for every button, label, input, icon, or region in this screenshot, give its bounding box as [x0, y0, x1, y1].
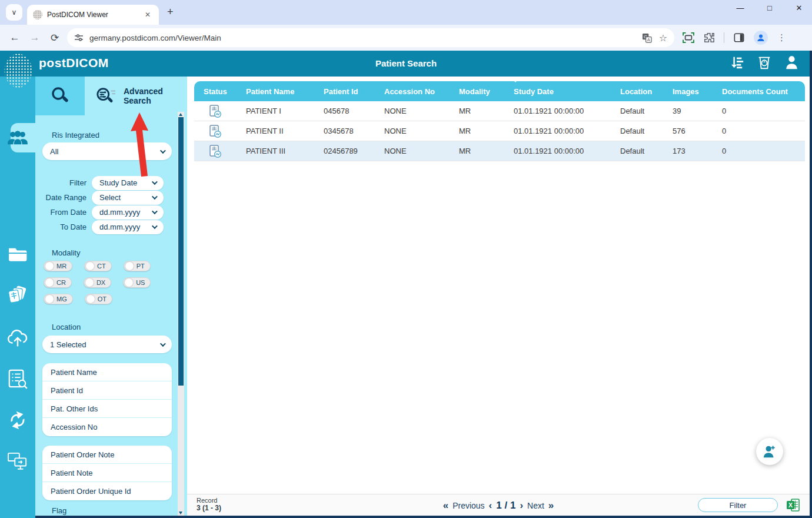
patient-note-field[interactable]: Patient Note: [42, 464, 172, 482]
cell-documents-count: 0: [713, 147, 805, 155]
bookmark-star-icon[interactable]: ☆: [659, 32, 667, 44]
modality-toggle-mr[interactable]: MR: [44, 261, 72, 271]
nav-order-list-search[interactable]: [0, 365, 35, 393]
sort-list-icon[interactable]: [729, 55, 744, 72]
panel-scrollbar[interactable]: [178, 112, 184, 516]
filter-button[interactable]: Filter: [698, 498, 778, 512]
accession-no-field[interactable]: Accession No: [42, 418, 172, 436]
table-row[interactable]: PATIENT I 045678 NONE MR 01.01.1921 00:0…: [194, 101, 805, 121]
minimize-button[interactable]: —: [734, 4, 746, 12]
advanced-search-icon: [94, 86, 118, 106]
modality-toggle-ct[interactable]: CT: [84, 261, 112, 271]
prev-page-icon[interactable]: ‹: [489, 500, 492, 512]
patient-name-field[interactable]: Patient Name: [42, 363, 172, 381]
nav-folders[interactable]: [0, 240, 35, 268]
nav-patient-search[interactable]: [0, 124, 35, 152]
extensions-puzzle-icon[interactable]: [704, 32, 714, 43]
next-page-button[interactable]: Next: [527, 501, 544, 510]
browser-menu-kebab-icon[interactable]: ⋮: [777, 32, 786, 43]
first-page-icon[interactable]: «: [443, 500, 448, 512]
add-patient-button[interactable]: [756, 438, 783, 465]
tab-search-button[interactable]: ∨: [6, 4, 22, 21]
cell-study-date: 01.01.1921 00:00:00: [504, 107, 611, 115]
modality-toggle-ot[interactable]: OT: [85, 294, 112, 304]
col-location[interactable]: Location: [611, 87, 663, 96]
last-page-icon[interactable]: »: [548, 500, 554, 512]
side-panel-icon[interactable]: [734, 32, 744, 43]
date-range-select[interactable]: Select: [92, 191, 164, 205]
patient-id-fields-group: Patient Name Patient Id Pat. Other Ids A…: [42, 363, 172, 436]
scrollbar-up-arrow[interactable]: [179, 113, 182, 116]
tab-close-icon[interactable]: ✕: [142, 9, 153, 20]
page-indicator: 1 / 1: [496, 500, 515, 512]
patient-order-unique-id-field[interactable]: Patient Order Unique Id: [42, 482, 172, 500]
previous-page-button[interactable]: Previous: [452, 501, 484, 510]
translate-icon[interactable]: GA: [642, 33, 652, 43]
patient-order-note-field[interactable]: Patient Order Note: [42, 446, 172, 464]
table-row[interactable]: PATIENT II 0345678 NONE MR 01.01.1921 00…: [194, 121, 805, 141]
nav-cloud-upload[interactable]: [0, 324, 35, 352]
toggle-knob: [125, 262, 134, 270]
to-date-select[interactable]: dd.mm.yyyy: [92, 220, 164, 234]
modality-toggle-us[interactable]: US: [123, 277, 151, 288]
patient-id-field[interactable]: Patient Id: [42, 381, 172, 400]
from-date-select[interactable]: dd.mm.yyyy: [92, 205, 164, 220]
maximize-button[interactable]: □: [764, 4, 776, 12]
to-date-label: To Date: [35, 223, 92, 231]
left-nav-strip: [0, 77, 35, 518]
col-documents-count[interactable]: Documents Count: [713, 87, 805, 96]
filter-label: Filter: [35, 178, 92, 187]
address-bar[interactable]: germany.postdicom.com/Viewer/Main GA ☆: [67, 28, 674, 47]
toolbar-separator: [724, 32, 724, 43]
screen-capture-icon[interactable]: [683, 32, 694, 43]
recycle-bin-icon[interactable]: [757, 55, 771, 72]
svg-text:X: X: [788, 502, 793, 509]
browser-toolbar: ← → ⟳ germany.postdicom.com/Viewer/Main …: [0, 25, 812, 51]
browser-profile-avatar[interactable]: [754, 31, 768, 45]
toggle-knob: [86, 262, 94, 270]
record-count-block: Record 3 (1 - 3): [197, 497, 221, 512]
col-study-date[interactable]: Study Date: [504, 87, 611, 96]
col-status[interactable]: Status: [194, 87, 237, 96]
nav-share-screens[interactable]: [0, 447, 35, 476]
scrollbar-down-arrow[interactable]: [179, 512, 182, 514]
tab-basic-search[interactable]: [35, 77, 85, 115]
filter-select[interactable]: Study Date: [92, 176, 164, 190]
modality-toggle-cr[interactable]: CR: [44, 277, 72, 288]
site-settings-icon[interactable]: [74, 33, 84, 42]
modality-toggle-mg[interactable]: MG: [44, 294, 73, 304]
cell-patient-id: 0345678: [314, 127, 375, 135]
col-modality[interactable]: Modality: [450, 87, 504, 96]
chevron-down-icon: [160, 341, 166, 347]
back-button[interactable]: ←: [5, 32, 25, 44]
study-status-icon: [194, 124, 237, 138]
from-date-label: From Date: [35, 208, 92, 217]
new-tab-button[interactable]: +: [167, 6, 174, 18]
location-label: Location: [52, 323, 81, 331]
url-text[interactable]: germany.postdicom.com/Viewer/Main: [89, 34, 635, 42]
col-accession-no[interactable]: Accession No: [375, 87, 450, 96]
cell-documents-count: 0: [713, 107, 805, 115]
record-value: 3 (1 - 3): [197, 504, 221, 512]
browser-tab[interactable]: PostDICOM Viewer ✕: [27, 5, 159, 25]
panel-scrollbar-thumb[interactable]: [178, 117, 184, 386]
col-images[interactable]: Images: [663, 87, 713, 96]
account-person-icon[interactable]: [784, 55, 799, 72]
col-patient-name[interactable]: Patient Name: [237, 87, 314, 96]
forward-button[interactable]: →: [25, 32, 45, 44]
reload-button[interactable]: ⟳: [45, 32, 65, 44]
cell-study-date: 01.01.1921 00:00:00: [504, 147, 611, 155]
tab-advanced-search[interactable]: Advanced Search: [85, 77, 187, 115]
location-select[interactable]: 1 Selected: [42, 336, 172, 353]
nav-dicom-cards[interactable]: [0, 281, 35, 310]
col-patient-id[interactable]: Patient Id: [314, 87, 375, 96]
nav-sync[interactable]: [0, 406, 35, 434]
table-row[interactable]: PATIENT III 02456789 NONE MR 01.01.1921 …: [194, 141, 805, 161]
modality-toggle-dx[interactable]: DX: [84, 277, 111, 288]
close-window-button[interactable]: ✕: [793, 4, 805, 12]
modality-toggle-pt[interactable]: PT: [124, 261, 151, 271]
excel-export-icon[interactable]: X: [786, 498, 800, 514]
location-value: 1 Selected: [50, 340, 160, 349]
next-page-icon[interactable]: ›: [520, 500, 523, 512]
pat-other-ids-field[interactable]: Pat. Other Ids: [42, 400, 172, 418]
